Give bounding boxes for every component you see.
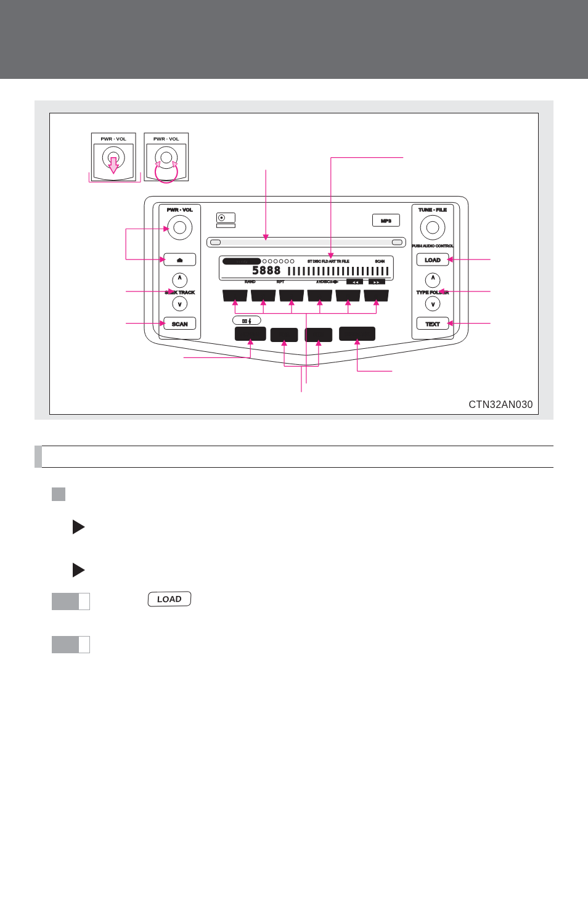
svg-text:∧: ∧ (431, 274, 435, 280)
svg-text:5888: 5888 (252, 264, 281, 277)
svg-text:2: 2 (262, 293, 265, 300)
svg-point-53 (279, 259, 283, 263)
svg-text:MP3: MP3 (381, 218, 391, 224)
svg-text:4: 4 (318, 293, 321, 300)
triangle-bullet-icon (73, 563, 85, 577)
svg-text:∨: ∨ (431, 301, 435, 308)
svg-text:RPT: RPT (277, 280, 284, 283)
svg-rect-40 (217, 224, 235, 227)
svg-point-15 (174, 221, 186, 234)
mp3-logo-icon: MP3 (372, 214, 399, 226)
svg-text:FM2: FM2 (313, 332, 324, 338)
square-bullet-icon (52, 487, 65, 501)
svg-text:RAND: RAND (245, 280, 256, 283)
svg-text:SCAN: SCAN (172, 321, 187, 327)
body-text: LOAD (52, 487, 553, 653)
pwr-vol-label: PWR · VOL (100, 136, 126, 142)
knob-inset-right: PWR · VOL (144, 133, 189, 183)
svg-text:∧: ∧ (178, 274, 182, 280)
svg-marker-123 (447, 321, 452, 326)
svg-marker-110 (160, 257, 165, 262)
figure-block: PWR · VOL PWR · VOL (35, 100, 553, 420)
scan-button[interactable]: SCAN (164, 317, 196, 330)
svg-point-39 (221, 217, 223, 219)
step-badge (52, 636, 90, 653)
svg-text:◀◀: ◀◀ (352, 280, 359, 284)
svg-point-52 (274, 259, 277, 263)
type-folder-button[interactable]: ∧ TYPE FOLDER ∨ (417, 273, 449, 311)
svg-marker-119 (447, 257, 452, 262)
svg-text:∧∨DISC∧◀▶: ∧∨DISC∧◀▶ (316, 280, 338, 283)
svg-text:CD IN: CD IN (237, 260, 247, 264)
eject-icon: ⏏ (177, 256, 182, 263)
svg-text:PWR · VOL: PWR · VOL (153, 136, 179, 142)
cd-slot[interactable] (207, 237, 406, 247)
svg-point-26 (427, 221, 439, 234)
svg-text:TEXT: TEXT (426, 321, 440, 327)
svg-text:▶▶: ▶▶ (374, 280, 380, 284)
svg-text:TUNE · FILE: TUNE · FILE (419, 207, 447, 213)
section-heading-bar (35, 446, 553, 468)
svg-point-14 (168, 215, 192, 240)
svg-text:PUSH
AUDIO CONTROL: PUSH AUDIO CONTROL (412, 244, 454, 248)
svg-text:▯▯ 𝄞: ▯▯ 𝄞 (242, 318, 251, 324)
svg-point-50 (263, 259, 266, 263)
knob-inset-left: PWR · VOL (91, 133, 136, 181)
svg-point-51 (268, 259, 272, 263)
eject-button[interactable]: ⏏ (164, 253, 196, 266)
tune-file-knob[interactable] (420, 215, 445, 240)
svg-text:6: 6 (375, 293, 378, 300)
svg-text:5: 5 (346, 293, 349, 300)
dolby-icon: ▯▯ 𝄞 (232, 316, 261, 325)
figure-code: CTN32AN030 (468, 399, 533, 410)
svg-point-6 (161, 152, 172, 163)
svg-text:PWR · VOL: PWR · VOL (167, 207, 193, 213)
audio-head-unit-diagram: PWR · VOL PWR · VOL (49, 113, 539, 415)
svg-rect-44 (211, 240, 402, 245)
lcd-display: CD IN ST DISC FLD ART TR FILE SCAN 5888 (219, 256, 393, 284)
svg-text:SCAN: SCAN (375, 259, 385, 263)
svg-text:3: 3 (290, 293, 293, 300)
header-band (0, 0, 588, 79)
svg-text:FM1: FM1 (279, 332, 290, 338)
svg-text:ST   DISC    FLD ART  TR  FILE: ST DISC FLD ART TR FILE (308, 259, 349, 263)
svg-rect-37 (217, 213, 235, 222)
svg-rect-24 (412, 204, 454, 339)
svg-text:∨: ∨ (178, 301, 182, 308)
svg-point-55 (290, 259, 294, 263)
svg-point-54 (285, 259, 288, 263)
svg-text:1: 1 (234, 293, 237, 300)
triangle-bullet-icon (73, 520, 85, 534)
svg-marker-117 (160, 321, 165, 326)
load-button[interactable]: LOAD (417, 253, 449, 266)
text-button[interactable]: TEXT (417, 317, 449, 330)
step-badge (52, 593, 90, 610)
cd-logo-icon (217, 213, 235, 227)
svg-text:LOAD: LOAD (425, 257, 441, 263)
load-key-graphic: LOAD (147, 591, 191, 606)
svg-text:DISC·AUX: DISC·AUX (345, 331, 370, 337)
svg-rect-12 (159, 204, 201, 339)
preset-row: 1 2 3 4 5 6 (223, 290, 388, 301)
svg-text:TYPE
FOLDER: TYPE FOLDER (417, 290, 449, 295)
svg-text:AM·SAT: AM·SAT (240, 331, 261, 337)
